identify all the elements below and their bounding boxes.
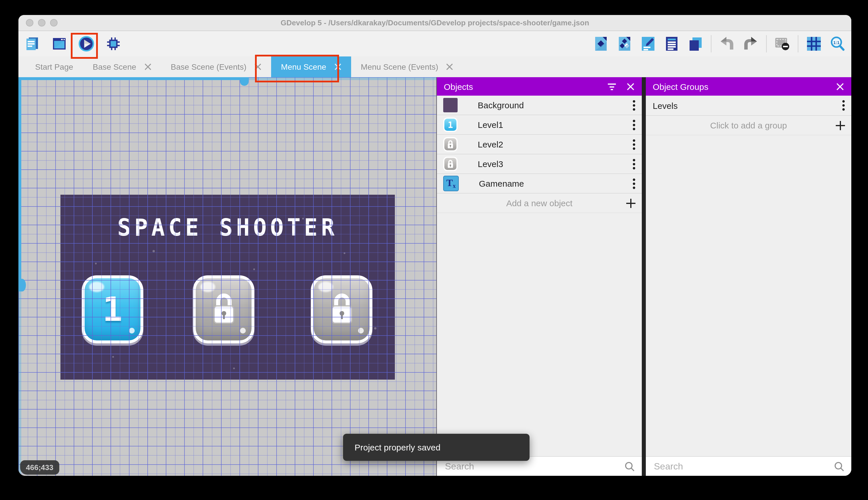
toolbar-left-group bbox=[24, 34, 121, 54]
close-panel-icon[interactable] bbox=[835, 82, 844, 91]
object-name: Level3 bbox=[478, 159, 503, 169]
toolbar-separator bbox=[766, 35, 767, 53]
object-menu-icon[interactable] bbox=[633, 100, 635, 111]
object-row-gamename[interactable]: Tx Gamename bbox=[437, 174, 642, 194]
plus-icon[interactable] bbox=[626, 198, 636, 208]
tab-base-scene[interactable]: Base Scene bbox=[83, 56, 161, 77]
star-speck bbox=[344, 252, 345, 254]
toast-message: Project properly saved bbox=[354, 442, 441, 452]
objects-panel-header: Objects bbox=[437, 77, 642, 95]
scene-window-icon[interactable] bbox=[51, 36, 67, 52]
tab-base-scene-events[interactable]: Base Scene (Events) bbox=[161, 56, 271, 77]
close-tab-icon[interactable] bbox=[335, 64, 341, 70]
object-menu-icon[interactable] bbox=[633, 119, 635, 130]
object-name: Gamename bbox=[479, 179, 524, 189]
object-row-level2[interactable]: Level2 bbox=[437, 135, 642, 155]
object-row-background[interactable]: Background bbox=[437, 95, 642, 115]
vertical-scrollbar[interactable] bbox=[19, 77, 21, 476]
group-name: Levels bbox=[653, 101, 678, 110]
object-name: Background bbox=[478, 100, 524, 110]
object-name: Level2 bbox=[478, 139, 503, 149]
add-object-row[interactable]: Add a new object bbox=[437, 194, 642, 213]
star-speck bbox=[302, 218, 304, 219]
group-row-levels[interactable]: Levels bbox=[646, 95, 851, 116]
star-speck bbox=[112, 356, 114, 358]
tab-start-page[interactable]: Start Page bbox=[25, 56, 83, 77]
add-object-icon[interactable] bbox=[593, 36, 609, 52]
filter-icon[interactable] bbox=[607, 82, 617, 91]
add-group-row[interactable]: Click to add a group bbox=[646, 116, 851, 135]
groups-search-input[interactable] bbox=[646, 461, 834, 471]
mask-icon[interactable] bbox=[774, 36, 790, 52]
add-object-label: Add a new object bbox=[506, 198, 572, 208]
tab-menu-scene-events[interactable]: Menu Scene (Events) bbox=[351, 56, 463, 77]
object-row-level3[interactable]: Level3 bbox=[437, 155, 642, 174]
objects-list: Background 1 Level1 Level2 bbox=[437, 95, 642, 457]
grid-icon[interactable] bbox=[806, 36, 822, 52]
plus-icon[interactable] bbox=[835, 120, 846, 130]
search-icon bbox=[624, 461, 635, 471]
zoom-1-1-icon[interactable]: 1:1 bbox=[830, 36, 846, 52]
level3-locked-button-sprite[interactable] bbox=[311, 275, 372, 343]
tab-label: Start Page bbox=[35, 62, 73, 71]
horizontal-scrollbar[interactable] bbox=[19, 77, 436, 80]
vertical-scrollbar-thumb[interactable] bbox=[19, 279, 26, 292]
star-speck bbox=[153, 250, 155, 252]
groups-list: Levels Click to add a group bbox=[646, 95, 851, 457]
add-group-label: Click to add a group bbox=[710, 121, 787, 130]
play-icon[interactable] bbox=[78, 36, 94, 52]
game-scene-rect: SPACE SHOOTER 1 bbox=[60, 195, 395, 379]
toolbar-right-group: 1:1 bbox=[593, 34, 846, 54]
object-menu-icon[interactable] bbox=[633, 139, 635, 150]
object-name: Level1 bbox=[478, 120, 503, 129]
edit-scene-icon[interactable] bbox=[640, 36, 656, 52]
object-groups-panel: Object Groups Levels Click to add a grou… bbox=[646, 77, 851, 476]
objects-search-input[interactable] bbox=[437, 461, 624, 471]
gdevelop-window: GDevelop 5 - /Users/dkarakay/Documents/G… bbox=[19, 15, 851, 476]
project-manager-icon[interactable] bbox=[24, 36, 40, 52]
group-menu-icon[interactable] bbox=[842, 100, 845, 111]
window-title: GDevelop 5 - /Users/dkarakay/Documents/G… bbox=[19, 15, 851, 31]
properties-icon[interactable] bbox=[664, 36, 680, 52]
vertical-scrollbar-fill bbox=[19, 77, 21, 285]
star-speck bbox=[95, 263, 97, 264]
level1-thumbnail: 1 bbox=[443, 117, 458, 132]
toolbar-separator bbox=[798, 35, 798, 53]
groups-panel-title: Object Groups bbox=[653, 81, 708, 91]
titlebar: GDevelop 5 - /Users/dkarakay/Documents/G… bbox=[19, 15, 851, 31]
object-menu-icon[interactable] bbox=[633, 178, 635, 189]
redo-icon[interactable] bbox=[742, 36, 759, 52]
panel-divider[interactable] bbox=[642, 77, 646, 476]
horizontal-scrollbar-thumb[interactable] bbox=[240, 77, 249, 86]
scene-editor-canvas[interactable]: SPACE SHOOTER 1 bbox=[19, 77, 437, 476]
star-speck bbox=[233, 367, 235, 369]
object-menu-icon[interactable] bbox=[633, 158, 635, 169]
instances-list-icon[interactable] bbox=[687, 36, 703, 52]
level1-number: 1 bbox=[103, 290, 122, 329]
object-groups-icon[interactable] bbox=[617, 36, 633, 52]
object-row-level1[interactable]: 1 Level1 bbox=[437, 115, 642, 135]
tabbar: Start Page Base Scene Base Scene (Events… bbox=[19, 56, 851, 77]
level3-thumbnail bbox=[443, 157, 458, 171]
tab-menu-scene[interactable]: Menu Scene bbox=[271, 56, 351, 77]
debug-icon[interactable] bbox=[105, 36, 121, 52]
level2-locked-button-sprite[interactable] bbox=[193, 275, 255, 343]
toolbar-separator bbox=[711, 35, 712, 53]
close-tab-icon[interactable] bbox=[144, 64, 151, 70]
tab-label: Base Scene bbox=[93, 62, 136, 71]
level1-button-sprite[interactable]: 1 bbox=[82, 275, 143, 343]
close-tab-icon[interactable] bbox=[255, 64, 261, 70]
star-speck bbox=[253, 269, 255, 270]
undo-icon[interactable] bbox=[719, 36, 735, 52]
save-toast: Project properly saved bbox=[343, 434, 530, 461]
close-tab-icon[interactable] bbox=[446, 64, 453, 70]
scene-title-text-object[interactable]: SPACE SHOOTER bbox=[60, 213, 395, 241]
close-panel-icon[interactable] bbox=[626, 82, 635, 91]
toolbar: 1:1 bbox=[19, 31, 851, 56]
tab-label: Base Scene (Events) bbox=[171, 62, 246, 71]
objects-panel: Objects Background bbox=[437, 77, 642, 476]
background-thumbnail bbox=[443, 98, 458, 112]
tab-label: Menu Scene (Events) bbox=[361, 62, 438, 71]
level2-thumbnail bbox=[443, 137, 458, 151]
lock-icon bbox=[210, 292, 237, 327]
